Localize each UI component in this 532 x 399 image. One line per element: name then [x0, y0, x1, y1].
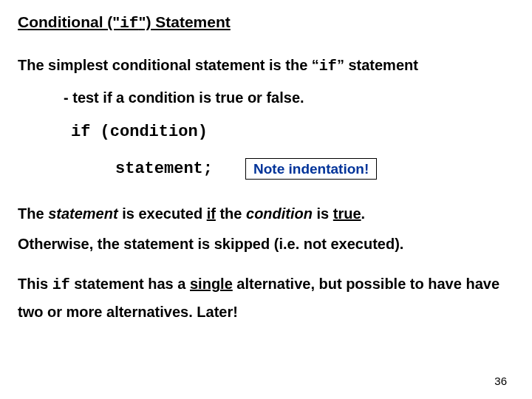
code-example: if (condition) statement; Note indentati… — [71, 124, 514, 180]
slide: Conditional ("if") Statement The simples… — [0, 0, 532, 399]
expl1-t2: is executed — [118, 205, 207, 222]
heading-pre: Conditional (" — [18, 13, 120, 30]
expl1-if: if — [207, 205, 216, 222]
heading-post: ") Statement — [138, 13, 230, 30]
heading-code: if — [120, 15, 138, 32]
expl1-t1: The — [18, 205, 48, 222]
intro-subline: - test if a condition is true or false. — [64, 89, 514, 106]
expl1-statement: statement — [48, 205, 117, 222]
code-line-2: statement; — [115, 161, 213, 177]
indentation-note: Note indentation! — [245, 158, 377, 180]
expl1-t5: . — [361, 205, 366, 222]
expl3-code: if — [52, 276, 70, 293]
expl3-t1: This — [18, 276, 52, 292]
code-line-1: if (condition) — [71, 124, 514, 140]
expl1-true: true — [333, 205, 361, 222]
expl1-condition: condition — [246, 205, 313, 222]
slide-heading: Conditional ("if") Statement — [18, 13, 514, 32]
expl3-t2: statement has a — [70, 276, 190, 292]
expl1-t4: is — [313, 205, 333, 222]
expl1-t3: the — [216, 205, 246, 222]
intro-code: if — [319, 58, 337, 75]
intro-pre: The simplest conditional statement is th… — [18, 57, 319, 73]
expl3-single: single — [190, 276, 233, 292]
code-line-2-row: statement; Note indentation! — [71, 158, 514, 180]
page-number: 36 — [494, 375, 507, 387]
intro-line: The simplest conditional statement is th… — [18, 57, 514, 75]
explanation-3: This if statement has a single alternati… — [18, 270, 514, 326]
intro-post: ” statement — [337, 57, 418, 73]
explanation-1: The statement is executed if the conditi… — [18, 202, 514, 225]
explanation-2: Otherwise, the statement is skipped (i.e… — [18, 236, 514, 253]
